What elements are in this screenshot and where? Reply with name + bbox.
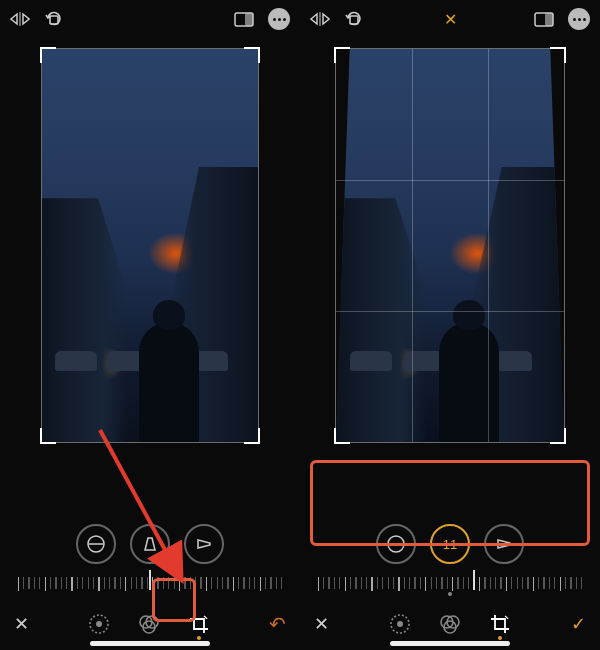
horizontal-perspective-button[interactable]: [484, 524, 524, 564]
filters-tool[interactable]: [436, 610, 464, 638]
horizontal-perspective-button[interactable]: [184, 524, 224, 564]
straighten-button[interactable]: [376, 524, 416, 564]
perspective-value: 11: [443, 537, 457, 552]
ruler-indicator: [473, 570, 475, 590]
home-indicator: [390, 641, 510, 646]
adjustment-ruler[interactable]: [0, 570, 300, 598]
active-tool-dot: [498, 636, 502, 640]
ruler-origin-dot: [448, 592, 452, 596]
filters-tool[interactable]: [135, 610, 163, 638]
svg-point-19: [397, 621, 403, 627]
crop-frame[interactable]: [41, 48, 259, 443]
adjust-tool[interactable]: [386, 610, 414, 638]
top-toolbar: ✕: [300, 0, 600, 38]
svg-rect-15: [545, 13, 553, 26]
svg-point-7: [96, 621, 102, 627]
flip-horizontal-icon[interactable]: [310, 12, 330, 26]
done-button[interactable]: ✓: [571, 613, 586, 635]
crop-canvas[interactable]: [0, 42, 300, 516]
transform-controls: [0, 524, 300, 564]
svg-rect-1: [50, 16, 58, 24]
vertical-perspective-button[interactable]: [130, 524, 170, 564]
aspect-ratio-icon[interactable]: [234, 12, 254, 27]
editor-pane-before: ✕ ↶: [0, 0, 300, 650]
rotate-icon[interactable]: [44, 10, 62, 28]
crop-tool[interactable]: [185, 610, 213, 638]
top-toolbar: [0, 0, 300, 38]
vertical-perspective-button[interactable]: 11: [430, 524, 470, 564]
more-menu-button[interactable]: [268, 8, 290, 30]
more-menu-button[interactable]: [568, 8, 590, 30]
transform-controls: 11: [300, 524, 600, 564]
photo-preview: [336, 49, 564, 442]
active-tool-dot: [197, 636, 201, 640]
home-indicator: [90, 641, 210, 646]
crop-frame[interactable]: [335, 48, 565, 443]
editor-pane-after: ✕ 11: [300, 0, 600, 650]
crop-canvas[interactable]: [300, 42, 600, 516]
adjustment-ruler[interactable]: [300, 570, 600, 598]
aspect-ratio-icon[interactable]: [534, 12, 554, 27]
photo-preview: [42, 49, 258, 442]
adjust-tool[interactable]: [85, 610, 113, 638]
cancel-button[interactable]: ✕: [14, 613, 29, 635]
crop-tool[interactable]: [486, 610, 514, 638]
reset-button[interactable]: ✕: [444, 10, 457, 29]
svg-rect-3: [245, 13, 253, 26]
cancel-button[interactable]: ✕: [314, 613, 329, 635]
revert-button[interactable]: ↶: [269, 612, 286, 636]
svg-rect-13: [350, 16, 358, 24]
flip-horizontal-icon[interactable]: [10, 12, 30, 26]
straighten-button[interactable]: [76, 524, 116, 564]
ruler-indicator: [149, 570, 151, 590]
rotate-icon[interactable]: [344, 10, 362, 28]
